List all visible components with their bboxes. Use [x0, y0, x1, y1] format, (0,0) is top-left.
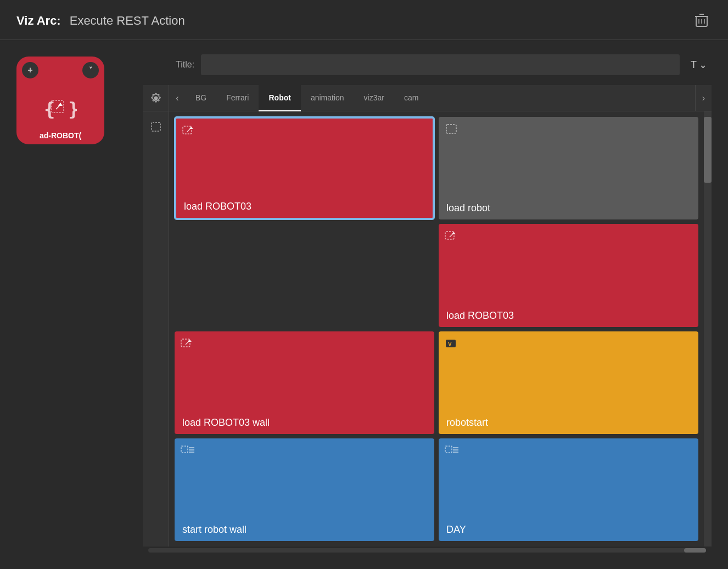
- rest-tile-icon: [444, 229, 460, 243]
- bottom-scrollbar-thumb: [684, 548, 706, 553]
- tile-label-load-robot: load robot: [446, 202, 490, 214]
- tab-next-button[interactable]: ›: [695, 85, 712, 111]
- list-tile-icon: [180, 444, 195, 457]
- tab-prev-button[interactable]: ‹: [169, 85, 186, 111]
- tile-label-load-robot03-small: load ROBOT03: [446, 310, 514, 322]
- svg-rect-12: [152, 122, 160, 131]
- tile-icon-day: [444, 444, 460, 460]
- tab-robot[interactable]: Robot: [259, 85, 300, 111]
- tile-load-robot03-wall[interactable]: load ROBOT03 wall: [175, 331, 434, 434]
- tabs-container: ‹ BGFerrariRobotanimationviz3arcam ›: [143, 85, 712, 554]
- tile-load-robot03-small[interactable]: load ROBOT03: [439, 224, 698, 326]
- bottom-scrollbar-track: [148, 548, 706, 553]
- viz-tile-icon: V: [444, 337, 460, 350]
- tabs-bar: ‹ BGFerrariRobotanimationviz3arcam ›: [143, 85, 712, 111]
- app-name: Viz Arc:: [16, 14, 61, 28]
- tiles-area: load ROBOT03 load robot load ROBOT03 loa…: [169, 111, 704, 547]
- trash-button[interactable]: [692, 10, 712, 32]
- right-panel: Title: T ⌄ ‹ BGFerrariRobotanimationviz3…: [143, 51, 712, 554]
- tile-day[interactable]: DAY: [439, 438, 698, 541]
- tile-icon-robotstart: V: [444, 337, 460, 353]
- title-type-button[interactable]: T ⌄: [686, 57, 712, 73]
- tile-label-robotstart: robotstart: [446, 417, 488, 429]
- expand-button[interactable]: ˅: [82, 62, 99, 78]
- svg-rect-13: [183, 126, 192, 134]
- tab-bg[interactable]: BG: [186, 85, 216, 111]
- tile-icon-load-robot: [444, 122, 460, 138]
- tile-icon-load-robot03-wall: [180, 337, 195, 353]
- svg-rect-20: [181, 339, 190, 347]
- svg-rect-25: [181, 446, 188, 453]
- tab-cam[interactable]: cam: [394, 85, 428, 111]
- tile-label-start-robot-wall: start robot wall: [182, 524, 247, 536]
- tile-label-load-robot03-main: load ROBOT03: [184, 201, 251, 212]
- trash-icon: [692, 10, 712, 30]
- header-title: Execute REST Action: [70, 14, 185, 28]
- svg-marker-10: [58, 103, 63, 106]
- tile-label-day: DAY: [446, 524, 466, 536]
- list-tile-icon: [444, 444, 460, 457]
- tile-load-robot[interactable]: load robot: [439, 117, 698, 219]
- svg-rect-16: [446, 125, 456, 133]
- main-area: + ˅ { } ad-ROBOT( Title:: [0, 40, 728, 565]
- header-left: Viz Arc: Execute REST Action: [16, 14, 185, 28]
- rest-icon-large: { }: [44, 95, 77, 122]
- bottom-scrollbar[interactable]: [143, 547, 712, 554]
- select-tool-icon: [149, 120, 163, 133]
- scrollbar[interactable]: [704, 111, 712, 547]
- rest-tile-icon: [182, 124, 197, 137]
- gear-icon: [150, 92, 162, 104]
- tile-start-robot-wall[interactable]: start robot wall: [175, 438, 434, 541]
- tile-icon-load-robot03-main: [182, 124, 197, 140]
- tile-empty: [175, 224, 434, 326]
- icon-card: + ˅ { } ad-ROBOT(: [16, 57, 104, 144]
- icon-card-label: ad-ROBOT(: [16, 131, 104, 140]
- type-label: T: [691, 59, 697, 71]
- left-panel: + ˅ { } ad-ROBOT(: [16, 51, 126, 554]
- add-button[interactable]: +: [22, 62, 38, 78]
- svg-rect-17: [445, 232, 454, 239]
- icon-card-body: { }: [44, 95, 77, 122]
- tabs-list: BGFerrariRobotanimationviz3arcam: [186, 85, 695, 111]
- tile-load-robot03-main[interactable]: load ROBOT03: [175, 117, 434, 219]
- svg-rect-29: [445, 446, 452, 453]
- tile-icon-load-robot03-small: [444, 229, 460, 245]
- select-tool-button[interactable]: [146, 117, 166, 137]
- svg-text:V: V: [448, 341, 452, 347]
- tile-icon-start-robot-wall: [180, 444, 195, 460]
- content-left-tools: [143, 111, 169, 547]
- rest-tile-icon: [180, 337, 195, 350]
- tab-viz3ar[interactable]: viz3ar: [354, 85, 394, 111]
- content-area: load ROBOT03 load robot load ROBOT03 loa…: [143, 111, 712, 547]
- icon-card-top-buttons: + ˅: [22, 62, 99, 78]
- tile-robotstart[interactable]: V robotstart: [439, 331, 698, 434]
- tab-animation[interactable]: animation: [301, 85, 354, 111]
- tile-label-load-robot03-wall: load ROBOT03 wall: [182, 417, 270, 429]
- svg-text:}: }: [68, 98, 77, 120]
- tab-ferrari[interactable]: Ferrari: [216, 85, 259, 111]
- type-chevron-icon: ⌄: [699, 59, 707, 71]
- title-label: Title:: [176, 60, 194, 70]
- scrollbar-thumb[interactable]: [704, 117, 712, 183]
- svg-point-11: [154, 96, 158, 100]
- gear-button[interactable]: [143, 85, 169, 111]
- svg-text:{: {: [44, 98, 55, 120]
- title-row: Title: T ⌄: [176, 51, 712, 78]
- select-tile-icon: [444, 122, 460, 136]
- header: Viz Arc: Execute REST Action: [0, 0, 728, 40]
- title-input[interactable]: [201, 54, 680, 75]
